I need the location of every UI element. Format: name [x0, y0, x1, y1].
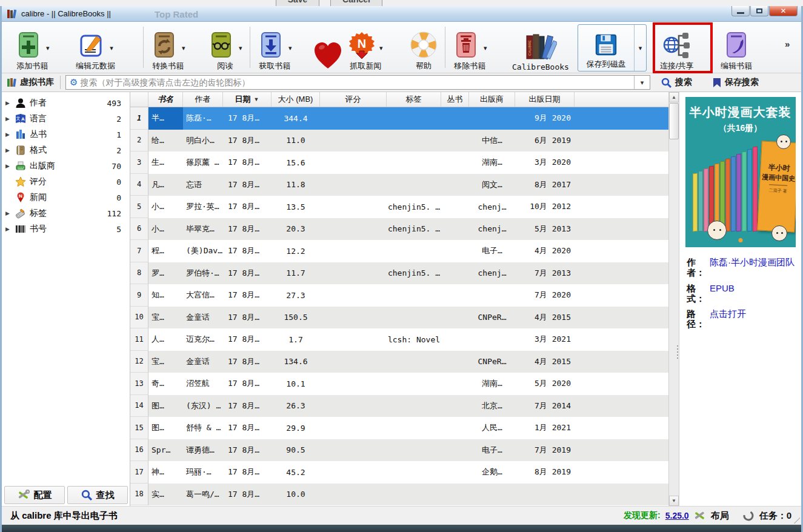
cell-author[interactable]: 罗伯特·… [183, 262, 223, 285]
cell-series[interactable] [441, 240, 469, 262]
cell-tags[interactable]: lcsh: Novel [387, 328, 441, 351]
cell-series[interactable] [441, 395, 469, 417]
close-button[interactable]: ✕ [769, 6, 798, 16]
cell-tags[interactable] [387, 107, 441, 130]
table-row[interactable]: 9 知… 大宫信… 17 8月… 27.3 7月 2020 [130, 284, 668, 307]
cell-title[interactable]: 神… [148, 461, 183, 484]
sidebar-item-news[interactable]: ▶ N 新闻 0 [2, 190, 130, 205]
cell-publisher[interactable]: chenj… [469, 262, 515, 285]
cell-date[interactable]: 17 8月… [223, 351, 272, 373]
cell-size[interactable]: 27.3 [272, 284, 320, 307]
table-row[interactable]: 12 宝… 金童话 17 8月… 134.6 CNPeR… 4月 2015 [130, 351, 668, 373]
cell-publisher[interactable]: CNPeR… [469, 307, 515, 329]
table-row[interactable]: 4 凡… 忘语 17 8月… 11.8 阅文… 8月 2017 [130, 174, 668, 196]
cell-rating[interactable] [320, 461, 387, 484]
cell-title[interactable]: 宝… [148, 307, 183, 329]
configure-button[interactable]: 配置 [4, 486, 65, 504]
cell-size[interactable]: 20.3 [272, 218, 320, 241]
cell-publisher[interactable]: 湖南… [469, 373, 515, 395]
cell-tags[interactable]: chenjin5. … [387, 262, 441, 285]
scrollbar-thumb[interactable] [669, 103, 679, 139]
cell-pubdate[interactable]: 3月 2020 [515, 151, 575, 174]
cell-title[interactable]: 生… [148, 151, 183, 174]
table-row[interactable]: 15 图… 舒特 & … 17 8月… 29.9 人民… 1月 2021 [130, 417, 668, 439]
cell-tags[interactable]: chenjin5. … [387, 218, 441, 241]
cell-rating[interactable] [320, 240, 387, 262]
cell-title[interactable]: 宝… [148, 351, 183, 373]
cell-pubdate[interactable]: 5月 2020 [515, 373, 575, 395]
cell-rating[interactable] [320, 484, 387, 506]
cell-publisher[interactable]: 企鹅… [469, 461, 515, 484]
sidebar-item-identifiers[interactable]: ▶ 书号 5 [2, 221, 130, 237]
cell-publisher[interactable] [469, 484, 515, 506]
cell-tags[interactable] [387, 151, 441, 174]
header-author[interactable]: 作者 [183, 92, 223, 107]
cell-tags[interactable] [387, 461, 441, 484]
add-books-dropdown-icon[interactable]: ▾ [46, 44, 50, 52]
maximize-button[interactable] [750, 6, 768, 16]
cell-rating[interactable] [320, 218, 387, 241]
expand-arrow-icon[interactable]: ▶ [5, 131, 14, 138]
cell-publisher[interactable]: 阅文… [469, 174, 515, 196]
table-row[interactable]: 18 实… 葛一鸣/… 17 8月… 10.0 [130, 484, 668, 506]
cell-tags[interactable] [387, 484, 441, 506]
toolbar-add-books-button[interactable]: ▾ 添加书籍 [15, 24, 50, 71]
layout-button[interactable]: 布局 [711, 510, 729, 522]
table-row[interactable]: 17 神… 玛丽·… 17 8月… 45.2 企鹅… 8月 2019 [130, 461, 668, 484]
cell-date[interactable]: 17 8月… [223, 240, 272, 262]
cell-rating[interactable] [320, 130, 387, 152]
cell-rating[interactable] [320, 151, 387, 174]
cell-publisher[interactable] [469, 328, 515, 351]
cell-date[interactable]: 17 8月… [223, 328, 272, 351]
cell-publisher[interactable]: chenj… [469, 196, 515, 218]
cell-author[interactable]: 明白小… [183, 130, 223, 152]
remove-books-dropdown-icon[interactable]: ▾ [484, 44, 487, 52]
cell-publisher[interactable] [469, 284, 515, 307]
sidebar-item-tags[interactable]: ▶ 标签 112 [2, 205, 130, 221]
expand-arrow-icon[interactable]: ▶ [5, 163, 14, 169]
header-series[interactable]: 丛书 [441, 92, 469, 107]
get-books-dropdown-icon[interactable]: ▾ [288, 44, 292, 52]
cell-title[interactable]: 图… [148, 395, 183, 417]
cell-title[interactable]: 凡… [148, 174, 183, 196]
update-version-link[interactable]: 5.25.0 [665, 511, 689, 520]
search-history-dropdown-icon[interactable]: ▾ [634, 76, 650, 89]
search-button[interactable]: 搜索 [661, 77, 692, 88]
toolbar-help-button[interactable]: 帮助 [409, 24, 438, 71]
cell-title[interactable]: 给… [148, 130, 183, 152]
expand-arrow-icon[interactable]: ▶ [5, 147, 14, 153]
cell-date[interactable]: 17 8月… [223, 130, 272, 152]
cell-pubdate[interactable]: 7月 2019 [515, 439, 575, 462]
cell-size[interactable]: 11.7 [272, 262, 320, 285]
cell-tags[interactable] [387, 240, 441, 262]
toolbar-fetch-news-button[interactable]: N ▾ 抓取新闻 [348, 24, 383, 71]
cell-publisher[interactable]: CNPeR… [469, 351, 515, 373]
scrollbar-track[interactable] [669, 139, 679, 496]
cell-author[interactable]: 玛丽·… [183, 461, 223, 484]
cell-date[interactable]: 17 8月… [223, 151, 272, 174]
cell-series[interactable] [441, 439, 469, 462]
cell-publisher[interactable]: 中信… [469, 130, 515, 152]
cell-author[interactable]: (东汉) … [183, 395, 223, 417]
cell-author[interactable]: 迈克尔… [183, 328, 223, 351]
cell-title[interactable]: 奇… [148, 373, 183, 395]
cell-tags[interactable] [387, 307, 441, 329]
cell-author[interactable]: 毕翠克… [183, 218, 223, 241]
cell-tags[interactable] [387, 174, 441, 196]
cell-date[interactable]: 17 8月… [223, 174, 272, 196]
toolbar-get-books-button[interactable]: ▾ 获取书籍 [258, 24, 292, 71]
cell-pubdate[interactable]: 7月 2014 [515, 395, 575, 417]
cell-date[interactable]: 17 8月… [223, 461, 272, 484]
save-search-button[interactable]: 保存搜索 [713, 77, 759, 88]
table-row[interactable]: 2 给… 明白小… 17 8月… 11.0 中信… 6月 2019 [130, 130, 668, 152]
cell-date[interactable]: 17 8月… [223, 284, 272, 307]
table-row[interactable]: 14 图… (东汉) … 17 8月… 26.3 北京… 7月 2014 [130, 395, 668, 417]
cell-publisher[interactable]: 电子… [469, 439, 515, 462]
expand-arrow-icon[interactable]: ▶ [5, 116, 14, 122]
table-row[interactable]: 8 罗… 罗伯特·… 17 8月… 11.7 chenjin5. … chenj… [130, 262, 668, 285]
cell-rating[interactable] [320, 307, 387, 329]
cell-size[interactable]: 134.6 [272, 351, 320, 373]
advanced-search-gear-icon[interactable]: ⚙ [70, 77, 78, 88]
edit-metadata-dropdown-icon[interactable]: ▾ [110, 44, 113, 52]
cell-title[interactable]: 知… [148, 284, 183, 307]
